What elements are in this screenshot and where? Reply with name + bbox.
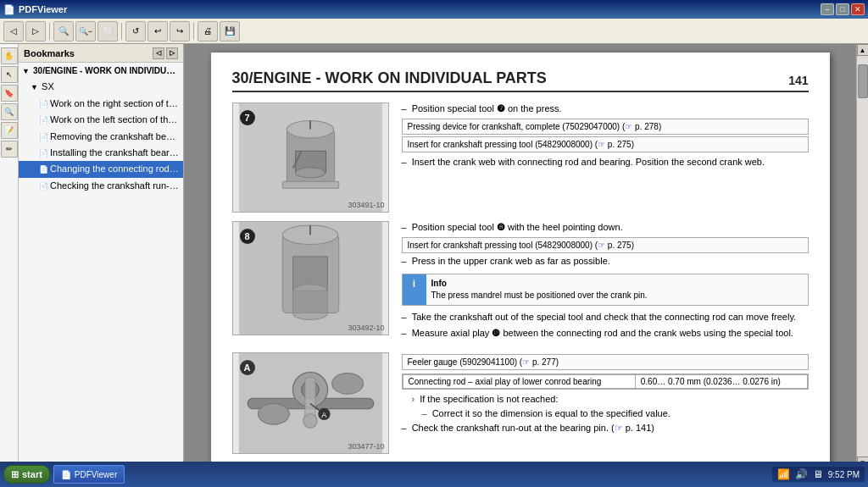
window-title: 📄 PDFViewer (3, 4, 67, 15)
zoom-in-button[interactable]: 🔍 (53, 21, 74, 42)
tree-label-left: Work on the left section of the engine c… (50, 114, 183, 125)
back-button[interactable]: ◁ (3, 21, 24, 42)
search-button[interactable]: 🔍 (1, 103, 18, 120)
page-icon-2: 📄 (39, 115, 47, 126)
page-number: 141 (788, 74, 808, 87)
toolbar-separator-2 (121, 23, 122, 40)
left-icon-bar: ✋ ↖ 🔖 🔍 📝 ✏ (0, 44, 19, 468)
engine-image-1: 7 303491-10 (232, 102, 389, 213)
sidebar-header-buttons: ◁ ▷ (153, 47, 178, 59)
bullet-text: Position special tool ❼ on the press. (412, 102, 562, 115)
start-button[interactable]: ⊞ start (3, 465, 50, 484)
svg-rect-7 (282, 181, 339, 188)
table-cell-value: 0.60… 0.70 mm (0.0236… 0.0276 in) (635, 374, 807, 388)
tree-item-checking[interactable]: 📄 Checking the crankshaft run-out at the… (19, 178, 183, 194)
save-button[interactable]: 💾 (220, 21, 240, 42)
zoom-out-button[interactable]: 🔍− (75, 21, 96, 42)
rotate-button[interactable]: ↺ (125, 21, 146, 42)
system-tray: 📶 🔊 🖥 9:52 PM (772, 467, 865, 482)
engine-image-3: A (232, 352, 389, 454)
tree-item-installing[interactable]: 📄 Installing the crankshaft bearing inne… (19, 145, 183, 161)
bookmarks-panel: Bookmarks ◁ ▷ ▼ 30/ENGINE - WORK ON INDI… (19, 44, 184, 468)
svg-rect-14 (292, 291, 327, 313)
image-label-a: A (240, 360, 255, 375)
app-icon-task: 📄 (61, 470, 71, 479)
toolbox-3: Insert for crankshaft pressing tool (548… (402, 237, 809, 253)
bullet-text-5: Take the crankshaft out of the special t… (412, 311, 797, 324)
content-section-2: 8 303492-10 – (232, 221, 809, 344)
toolbar-separator-1 (49, 23, 50, 40)
window-controls: − □ ✕ (821, 3, 865, 15)
print-button[interactable]: 🖨 (198, 21, 218, 42)
info-icon: i (403, 274, 426, 305)
image-caption-3: 303477-10 (348, 442, 384, 451)
bullet-1-1: – Position special tool ❼ on the press. (402, 102, 809, 115)
tree-item-sx[interactable]: ▼ SX (19, 79, 183, 95)
bullet-text-3: Position special tool ❽ with the heel po… (412, 221, 623, 234)
taskbar-app-button[interactable]: 📄 PDFViewer (53, 465, 125, 484)
hand-tool-button[interactable]: ✋ (1, 47, 18, 64)
tree-item-changing[interactable]: 📄 Changing the connecting rod, conrod be… (19, 161, 183, 177)
page-icon-1: 📄 (39, 99, 47, 110)
network-icon: 📶 (777, 468, 790, 480)
pdf-page: 30/ENGINE - WORK ON INDIVIDUAL PARTS 141… (211, 53, 830, 468)
vertical-scrollbar[interactable]: ▲ ▼ (856, 44, 868, 468)
undo-button[interactable]: ↩ (147, 21, 168, 42)
tree-label-removing: Removing the crankshaft bearing inner ra… (50, 131, 183, 141)
svg-point-23 (331, 373, 363, 394)
close-button[interactable]: ✕ (851, 3, 865, 15)
toolbar-separator-3 (193, 23, 194, 40)
tree-item-removing[interactable]: 📄 Removing the crankshaft bearing inner … (19, 129, 183, 145)
table-cell-label: Connecting rod – axial play of lower con… (403, 374, 635, 388)
image-label-7: 7 (240, 110, 255, 125)
toolbox-1: Pressing device for crankshaft, complete… (402, 119, 809, 135)
expand-icon: ▼ (22, 66, 31, 77)
bullet-text-4: Press in the upper crank web as far as p… (412, 255, 610, 268)
scroll-track[interactable] (857, 56, 869, 457)
maximize-button[interactable]: □ (836, 3, 849, 15)
page-icon-4: 📄 (39, 148, 47, 159)
bullet-2-3: – Take the crankshaft out of the special… (402, 311, 809, 324)
engine-image-2: 8 303492-10 (232, 221, 389, 335)
image-label-8: 8 (240, 229, 255, 244)
tree-item-right-section[interactable]: 📄 Work on the right section of the engin… (19, 96, 183, 112)
page-icon-5: 📄 (39, 164, 47, 175)
content-section-1: 7 303491-10 (232, 102, 809, 213)
sub-bullet-text-1: If the specification is not reached: (420, 393, 558, 406)
bullet-text-6: Measure axial play ❿ between the connect… (412, 327, 793, 340)
system-clock: 9:52 PM (828, 470, 860, 479)
engine-illustration-2 (233, 222, 388, 335)
content-section-3: A (232, 352, 809, 454)
table-row: Connecting rod – axial play of lower con… (403, 374, 807, 388)
title-bar: 📄 PDFViewer − □ ✕ (0, 0, 868, 19)
tree-item-engine[interactable]: ▼ 30/ENGINE - WORK ON INDIVIDUAL PARTS (19, 63, 183, 79)
bullet-text-2: Insert the crank web with connecting rod… (412, 156, 765, 169)
tree-label-changing: Changing the connecting rod, conrod bear… (50, 163, 183, 174)
volume-icon: 🔊 (795, 468, 808, 480)
bookmark-button[interactable]: 🔖 (1, 85, 18, 102)
spec-table: Connecting rod – axial play of lower con… (402, 374, 809, 390)
pdf-content-area[interactable]: 30/ENGINE - WORK ON INDIVIDUAL PARTS 141… (184, 44, 856, 468)
app-icon: 📄 (3, 4, 15, 15)
minimize-button[interactable]: − (821, 3, 834, 15)
note-button[interactable]: 📝 (1, 122, 18, 139)
sidebar-right-button[interactable]: ▷ (166, 47, 178, 59)
bookmarks-header: Bookmarks ◁ ▷ (19, 44, 183, 63)
monitor-icon: 🖥 (813, 468, 823, 480)
engine-illustration-3: A (233, 353, 388, 453)
highlight-button[interactable]: ✏ (1, 141, 18, 158)
select-tool-button[interactable]: ↖ (1, 66, 18, 83)
redo-button[interactable]: ↪ (170, 21, 190, 42)
image-caption-2: 303492-10 (348, 324, 384, 332)
image-caption-1: 303491-10 (348, 201, 384, 209)
taskbar: ⊞ start 📄 PDFViewer 📶 🔊 🖥 9:52 PM (0, 462, 868, 487)
sub-bullet-1: › If the specification is not reached: (412, 393, 809, 406)
scroll-up-button[interactable]: ▲ (857, 44, 869, 56)
sidebar-left-button[interactable]: ◁ (153, 47, 164, 59)
tree-item-left-section[interactable]: 📄 Work on the left section of the engine… (19, 112, 183, 128)
scroll-thumb[interactable] (858, 64, 868, 98)
svg-point-4 (295, 168, 325, 178)
bullet-1-2: – Insert the crank web with connecting r… (402, 156, 809, 169)
forward-button[interactable]: ▷ (25, 21, 46, 42)
fit-page-button[interactable]: ⬜ (97, 21, 118, 42)
